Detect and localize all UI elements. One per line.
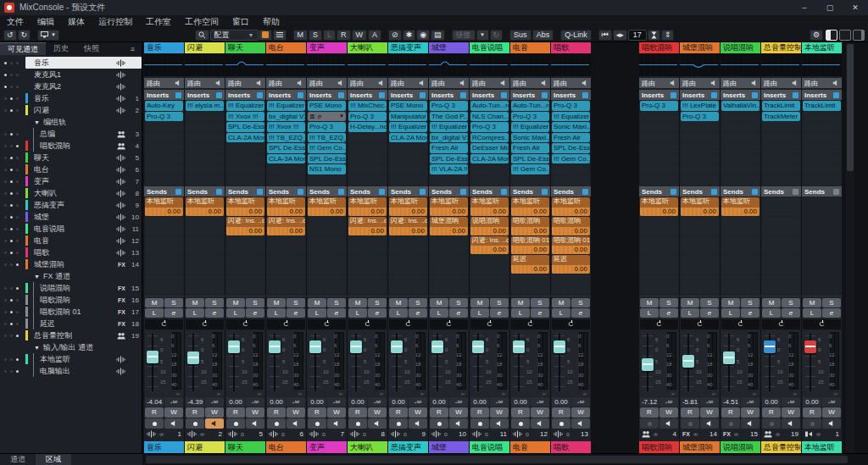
read-automation-button[interactable]: R — [226, 407, 245, 418]
channel-list-row[interactable]: 电音 12 — [0, 235, 142, 246]
channel-strip-header[interactable]: 城堡混响 — [680, 42, 720, 53]
send-slot-empty[interactable] — [470, 274, 509, 293]
channel-list-row[interactable]: 大喇叭 8 — [0, 187, 142, 199]
folder-collapse-icon[interactable]: ▼ — [34, 345, 40, 351]
monitor-button[interactable] — [822, 418, 841, 429]
inserts-rack-header[interactable]: Inserts — [761, 90, 801, 100]
send-slot-empty[interactable] — [762, 197, 800, 216]
insert-slot[interactable]: NS1 Mono — [308, 164, 346, 174]
menu-item[interactable]: 工作室 — [139, 16, 178, 28]
pan-control[interactable]: C — [681, 319, 719, 329]
send-level[interactable]: 0.00 — [470, 246, 509, 254]
channel-folder-row[interactable]: ▼ FX 通道 — [0, 270, 142, 282]
insert-slot-empty[interactable] — [803, 112, 841, 122]
send-slot-empty[interactable] — [470, 255, 509, 274]
send-slot-empty[interactable] — [681, 274, 719, 293]
insert-slot-empty[interactable] — [348, 154, 387, 164]
visibility-dot[interactable] — [16, 145, 19, 147]
routing-rack[interactable]: 路由 — [388, 78, 428, 88]
read-automation-button[interactable]: R — [348, 407, 367, 418]
send-slot-empty[interactable] — [145, 236, 183, 255]
link-refresh-icon[interactable]: ↻ — [490, 30, 504, 41]
global-w-button[interactable]: W — [352, 30, 368, 41]
send-slot-empty[interactable] — [186, 236, 224, 255]
insert-slot-empty[interactable] — [511, 175, 549, 185]
routing-rack[interactable]: 路由 — [510, 78, 550, 88]
visibility-dot[interactable] — [10, 192, 13, 195]
peak-level-value[interactable]: -∞ — [782, 397, 800, 407]
channel-strip-footer[interactable]: 音乐 — [144, 441, 184, 453]
insert-slot[interactable]: !!! MixChec..!! — [348, 101, 387, 111]
menu-item[interactable]: 媒体 — [61, 16, 92, 28]
insert-slot[interactable]: Pro-Q 3 — [681, 112, 719, 122]
solo-button[interactable]: S — [449, 298, 468, 307]
edit-channel-button[interactable]: e — [327, 308, 346, 318]
send-slot-empty[interactable] — [389, 255, 427, 274]
monitor-button[interactable] — [571, 418, 590, 429]
link-options-icon[interactable]: ▼ — [476, 30, 489, 41]
send-slot-empty[interactable] — [308, 274, 346, 293]
inserts-edit-icon[interactable] — [379, 92, 385, 98]
channel-strip-footer[interactable]: 大喇叭 — [348, 441, 387, 453]
channel-list-row[interactable]: 唱歌混响 FX 16 — [0, 294, 142, 306]
fader-db-value[interactable]: -7.12 — [640, 397, 659, 407]
insert-slot-empty[interactable] — [226, 164, 264, 174]
send-level[interactable]: 0.00 — [552, 246, 590, 254]
eq-curve-thumbnail[interactable] — [429, 53, 469, 76]
edit-channel-button[interactable]: e — [782, 308, 800, 318]
insert-slot[interactable]: !!! Equalizer !!! — [267, 101, 305, 111]
record-arm-button[interactable] — [267, 418, 286, 429]
fader-db-value[interactable]: 0.00 — [803, 397, 821, 407]
sends-edit-icon[interactable] — [257, 189, 263, 195]
rack-list-icon[interactable] — [273, 30, 287, 41]
visibility-dot[interactable] — [10, 228, 13, 230]
menu-item[interactable]: 编辑 — [31, 16, 61, 28]
monitor-button[interactable] — [368, 418, 387, 429]
write-automation-button[interactable]: W — [246, 407, 264, 418]
write-automation-button[interactable]: W — [741, 407, 760, 418]
write-automation-button[interactable]: W — [287, 407, 305, 418]
peak-level-value[interactable]: -∞ — [700, 397, 719, 407]
sus-button[interactable]: Sus — [509, 30, 531, 41]
vertical-scrollbar[interactable] — [846, 42, 854, 453]
pan-control[interactable]: C — [430, 319, 468, 329]
search-icon[interactable] — [195, 30, 209, 41]
insert-slot-empty[interactable] — [470, 164, 509, 174]
peak-level-value[interactable]: -∞ — [741, 397, 760, 407]
send-slot-empty[interactable] — [226, 255, 264, 274]
routing-rack[interactable]: 路由 — [680, 78, 720, 88]
monitor-button[interactable] — [700, 418, 719, 429]
channel-strip-footer[interactable]: 总音量控制 — [761, 441, 801, 453]
send-level[interactable]: 0.00 — [186, 208, 224, 216]
sends-rack-header[interactable]: Sends — [639, 186, 679, 197]
send-slot[interactable]: 唱歌混响 0.00 — [552, 217, 590, 235]
peak-level-value[interactable]: -∞ — [822, 397, 841, 407]
pan-control[interactable]: C — [308, 319, 346, 329]
visibility-dot[interactable] — [16, 228, 19, 230]
sends-rack-header[interactable]: Sends — [388, 186, 428, 197]
insert-slot-empty[interactable] — [762, 175, 800, 185]
insert-slot[interactable]: H-Delay...no — [348, 122, 387, 132]
channel-list-row[interactable]: 麦克风1 — [0, 69, 142, 80]
read-automation-button[interactable]: R — [552, 407, 570, 418]
send-slot[interactable]: 本地监听 0.00 — [640, 197, 678, 216]
sends-rack-header[interactable]: Sends — [144, 186, 184, 197]
listen-button[interactable]: L — [470, 308, 489, 318]
write-automation-button[interactable]: W — [531, 407, 549, 418]
read-automation-button[interactable]: R — [640, 407, 659, 418]
write-automation-button[interactable]: W — [409, 407, 427, 418]
insert-slot-empty[interactable] — [640, 143, 678, 153]
edit-channel-button[interactable]: e — [571, 308, 590, 318]
send-slot-empty[interactable] — [348, 255, 387, 274]
edit-channel-button[interactable]: e — [164, 308, 183, 318]
visibility-dot[interactable] — [4, 157, 7, 159]
fader-handle[interactable] — [147, 351, 159, 363]
insert-slot[interactable]: Pro-Q 3 — [348, 112, 387, 122]
insert-slot[interactable]: SPL De-Esser — [552, 143, 590, 153]
record-arm-button[interactable] — [348, 418, 367, 429]
send-slot[interactable]: 本地监听 0.00 — [681, 197, 719, 216]
record-arm-button[interactable] — [511, 418, 530, 429]
send-level[interactable]: 0.00 — [470, 227, 509, 235]
insert-slot-empty[interactable] — [186, 133, 224, 143]
fader-db-value[interactable]: 0.00 — [511, 397, 530, 407]
